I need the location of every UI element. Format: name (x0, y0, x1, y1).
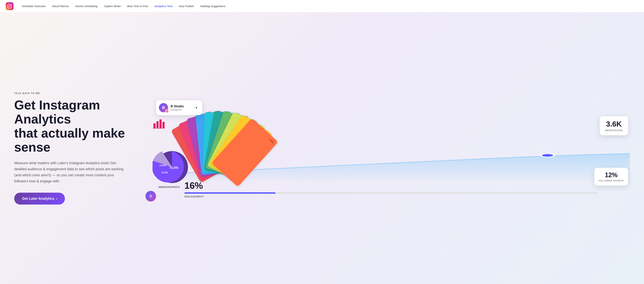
svg-point-12 (541, 154, 554, 157)
follower-growth-value: 12% (598, 171, 624, 179)
svg-point-6 (167, 110, 168, 111)
hero-content: TALK DATA TO ME Get Instagram Analytics … (14, 92, 135, 205)
nav-item-autopublish[interactable]: Auto Publish (176, 3, 197, 9)
svg-rect-4 (166, 110, 168, 112)
instagram-logo-icon[interactable] (6, 2, 14, 10)
account-platform: Instagram (170, 108, 193, 111)
nav-item-stories[interactable]: Stories Scheduling (72, 3, 101, 9)
bottom-avatar: B (146, 191, 156, 202)
engagement-bar-fill (184, 192, 276, 194)
hero-dashboard-illustration: B B Studio Instagram ▾ (146, 95, 630, 202)
get-later-analytics-button[interactable]: Get Later Analytics › (14, 193, 65, 205)
svg-text:14.8%: 14.8% (160, 164, 166, 167)
hero-tag: TALK DATA TO ME (14, 92, 135, 95)
account-info: B Studio Instagram (170, 104, 193, 111)
impressions-label: IMPRESSIONS (604, 129, 624, 132)
engagement-bar (184, 192, 598, 194)
avatar: B (159, 103, 168, 112)
svg-text:72.0%: 72.0% (169, 166, 178, 170)
follower-growth-label: FOLLOWER GROWTH (598, 180, 624, 182)
chevron-down-icon: ▾ (196, 106, 197, 110)
impressions-value: 3.6K (604, 120, 624, 128)
svg-rect-8 (156, 121, 158, 128)
nav-item-best-time[interactable]: Best Time to Post (124, 3, 151, 9)
nav-item-analytics[interactable]: Analytics Tool (151, 3, 176, 9)
hero-section: TALK DATA TO ME Get Instagram Analytics … (0, 13, 644, 284)
demographics-label: DEMOGRAPHICS (156, 185, 182, 189)
svg-point-5 (166, 111, 168, 112)
svg-rect-0 (6, 2, 14, 10)
nav-menu: Scheduler Overview Visual Planner Storie… (18, 3, 228, 9)
nav-item-scheduler[interactable]: Scheduler Overview (18, 3, 48, 9)
navigation: Scheduler Overview Visual Planner Storie… (0, 0, 644, 13)
hero-title: Get Instagram Analytics that actually ma… (14, 98, 135, 155)
color-swatches-fan: R64ER31ABarely BerryBlue LX73X29EmpW23CS… (184, 109, 273, 180)
engagement-section: 16% ENGAGEMENT (184, 180, 598, 198)
engagement-value: 16% (184, 180, 598, 191)
engagement-label: ENGAGEMENT (184, 195, 598, 198)
svg-rect-9 (160, 119, 162, 128)
nav-item-visual-planner[interactable]: Visual Planner (48, 3, 72, 9)
nav-item-hashtag[interactable]: Hashtag Suggestions (197, 3, 229, 9)
account-picker-card[interactable]: B B Studio Instagram ▾ (156, 100, 202, 115)
svg-rect-7 (154, 123, 156, 128)
bar-chart-widget (152, 118, 165, 129)
follower-growth-card: 12% FOLLOWER GROWTH (594, 168, 628, 186)
svg-point-3 (11, 5, 11, 5)
instagram-badge-icon (165, 109, 169, 113)
impressions-card: 3.6K IMPRESSIONS (600, 116, 628, 135)
svg-text:13.2%: 13.2% (162, 171, 168, 174)
nav-item-caption[interactable]: Caption Writer (101, 3, 124, 9)
svg-rect-10 (162, 122, 164, 128)
account-name: B Studio (170, 104, 193, 108)
hero-description: Measure what matters with Later's Instag… (14, 160, 124, 184)
